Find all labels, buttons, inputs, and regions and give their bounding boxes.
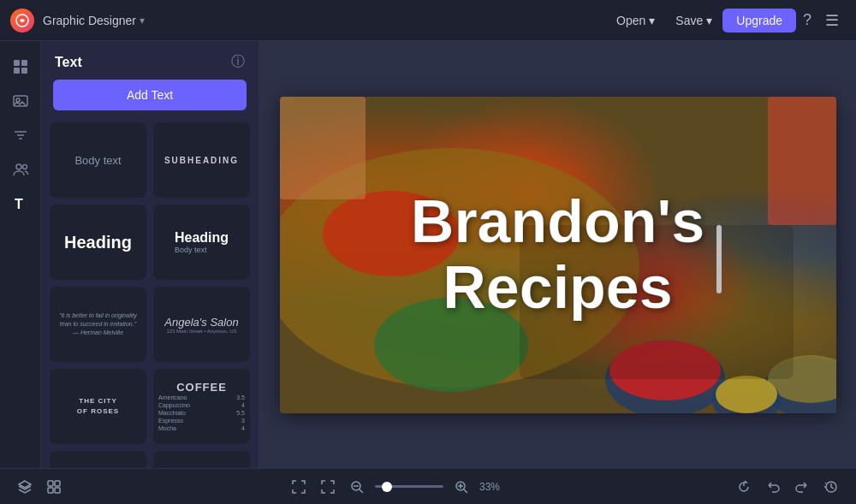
- open-button[interactable]: Open▾: [606, 9, 665, 33]
- svg-line-31: [360, 489, 364, 493]
- sidebar-icons: T: [0, 41, 41, 468]
- svg-point-10: [16, 164, 21, 169]
- redo-button[interactable]: [791, 476, 813, 498]
- svg-rect-28: [48, 488, 53, 493]
- template-city[interactable]: THE CITYOF ROSES: [50, 369, 146, 444]
- canvas-wrapper[interactable]: Brandon's Recipes: [280, 97, 836, 413]
- template-birthday[interactable]: HAPPYBirthday: [50, 451, 146, 468]
- zoom-label: 33%: [479, 481, 510, 493]
- tpl-heading-bold-label: Heading: [64, 233, 132, 252]
- svg-text:T: T: [15, 197, 23, 211]
- text-panel-title: Text: [55, 55, 82, 70]
- svg-rect-1: [14, 60, 20, 66]
- add-text-button[interactable]: Add Text: [53, 80, 247, 110]
- svg-rect-4: [21, 68, 27, 74]
- app-chevron-icon: ▾: [140, 15, 145, 27]
- template-quote[interactable]: "it is better to fail in originality tha…: [50, 287, 146, 362]
- fit-button[interactable]: [317, 476, 339, 498]
- template-heading-body[interactable]: Heading Body text: [153, 205, 250, 280]
- template-coffee[interactable]: COFFEE Americano3.5 Cappuccino4 Macchiat…: [153, 369, 250, 444]
- canvas-area: Brandon's Recipes: [259, 41, 856, 468]
- tpl-heading-body-content: Heading Body text: [168, 223, 235, 261]
- zoom-in-button[interactable]: [450, 476, 473, 498]
- bottom-left-tools: [14, 476, 65, 498]
- undo-button[interactable]: [762, 476, 784, 498]
- app-name: Graphic Designer: [43, 14, 136, 27]
- app-logo: [10, 9, 34, 33]
- bottom-toolbar: 33%: [0, 468, 856, 504]
- tpl-subheading-label: SUBHEADING: [164, 156, 239, 165]
- text-panel-header: Text ⓘ: [41, 41, 259, 80]
- sidebar-icon-photos[interactable]: [5, 86, 36, 116]
- template-heading-bold[interactable]: Heading: [50, 205, 146, 280]
- svg-rect-29: [55, 488, 60, 493]
- sidebar-icon-people[interactable]: [5, 154, 36, 185]
- template-salon[interactable]: Angela's Salon 123 Main Street • Anytown…: [153, 287, 250, 362]
- bottom-right-tools: [733, 476, 842, 498]
- help-icon-button[interactable]: ?: [796, 6, 818, 34]
- svg-rect-3: [14, 68, 20, 74]
- top-nav: Graphic Designer ▾ Open▾ Save▾ Upgrade ?…: [0, 0, 856, 41]
- template-subheading[interactable]: SUBHEADING: [153, 122, 250, 198]
- canvas-text-overlay: Brandon's Recipes: [411, 189, 704, 321]
- template-body-text[interactable]: Body text: [50, 122, 146, 198]
- bottom-center-tools: 33%: [288, 476, 510, 498]
- grid-button[interactable]: [43, 476, 65, 498]
- svg-point-11: [22, 165, 27, 169]
- tpl-body-text-label: Body text: [74, 154, 121, 167]
- svg-rect-26: [48, 481, 53, 486]
- canvas-main-text-line2: Recipes: [411, 255, 704, 321]
- zoom-slider[interactable]: [375, 485, 443, 488]
- upgrade-button[interactable]: Upgrade: [722, 9, 796, 33]
- info-icon[interactable]: ⓘ: [231, 53, 245, 71]
- layers-button[interactable]: [14, 476, 36, 498]
- sidebar-icon-filters[interactable]: [5, 120, 36, 151]
- menu-icon-button[interactable]: ☰: [818, 6, 846, 35]
- svg-line-34: [464, 489, 468, 493]
- sidebar-icon-templates[interactable]: [5, 51, 36, 82]
- text-templates-grid: Body text SUBHEADING Heading Heading Bod…: [41, 122, 259, 468]
- refresh-button[interactable]: [733, 476, 755, 498]
- main-area: T Text ⓘ Add Text Body text SUBHEADING H…: [0, 41, 856, 468]
- expand-button[interactable]: [288, 476, 310, 498]
- canvas-main-text-line1: Brandon's: [411, 189, 704, 255]
- save-button[interactable]: Save▾: [665, 9, 722, 33]
- zoom-out-button[interactable]: [346, 476, 368, 498]
- svg-rect-2: [21, 60, 27, 66]
- sidebar-icon-text[interactable]: T: [5, 188, 36, 219]
- svg-rect-27: [55, 481, 60, 486]
- history-button[interactable]: [820, 476, 842, 498]
- text-panel: Text ⓘ Add Text Body text SUBHEADING Hea…: [41, 41, 259, 468]
- template-holiday[interactable]: HOLIDAYSALE 20% off @brands: [153, 451, 250, 468]
